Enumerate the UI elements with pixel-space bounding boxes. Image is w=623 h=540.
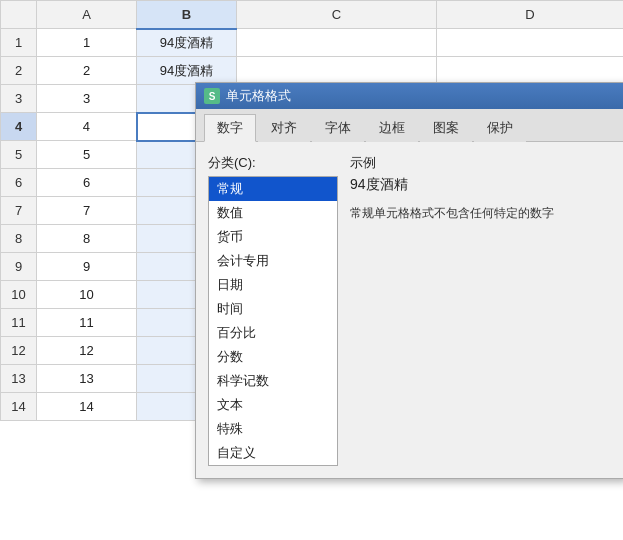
cell-a10[interactable]: 10 <box>37 281 137 309</box>
cell-a2[interactable]: 2 <box>37 57 137 85</box>
cell-a6[interactable]: 6 <box>37 169 137 197</box>
cell-a3[interactable]: 3 <box>37 85 137 113</box>
category-item-1[interactable]: 数值 <box>209 201 337 225</box>
tab-protection[interactable]: 保护 <box>474 114 526 142</box>
row-num-13[interactable]: 13 <box>1 365 37 393</box>
row-num-7[interactable]: 7 <box>1 197 37 225</box>
cell-a9[interactable]: 9 <box>37 253 137 281</box>
cell-a4[interactable]: 4 <box>37 113 137 141</box>
cell-a12[interactable]: 12 <box>37 337 137 365</box>
row-num-5[interactable]: 5 <box>1 141 37 169</box>
format-cells-dialog: S 单元格格式 数字 对齐 字体 边框 图案 保护 分类(C): 常规数值货币会… <box>195 82 623 479</box>
row-num-1[interactable]: 1 <box>1 29 37 57</box>
row-num-8[interactable]: 8 <box>1 225 37 253</box>
tab-font[interactable]: 字体 <box>312 114 364 142</box>
cell-d1[interactable] <box>437 29 624 57</box>
tab-alignment[interactable]: 对齐 <box>258 114 310 142</box>
cell-a5[interactable]: 5 <box>37 141 137 169</box>
row-num-6[interactable]: 6 <box>1 169 37 197</box>
dialog-icon: S <box>204 88 220 104</box>
dialog-content: 分类(C): 常规数值货币会计专用日期时间百分比分数科学记数文本特殊自定义 示例… <box>196 142 623 478</box>
right-panel: 示例 94度酒精 常规单元格格式不包含任何特定的数字 <box>350 154 612 466</box>
row-num-10[interactable]: 10 <box>1 281 37 309</box>
cell-a1[interactable]: 1 <box>37 29 137 57</box>
category-panel: 分类(C): 常规数值货币会计专用日期时间百分比分数科学记数文本特殊自定义 <box>208 154 338 466</box>
category-item-5[interactable]: 时间 <box>209 297 337 321</box>
category-label: 分类(C): <box>208 154 338 172</box>
category-item-11[interactable]: 自定义 <box>209 441 337 465</box>
col-header-a[interactable]: A <box>37 1 137 29</box>
category-item-4[interactable]: 日期 <box>209 273 337 297</box>
cell-a11[interactable]: 11 <box>37 309 137 337</box>
preview-value: 94度酒精 <box>350 176 612 194</box>
cell-a14[interactable]: 14 <box>37 393 137 421</box>
category-item-0[interactable]: 常规 <box>209 177 337 201</box>
col-header-b[interactable]: B <box>137 1 237 29</box>
cell-a8[interactable]: 8 <box>37 225 137 253</box>
dialog-tabs: 数字 对齐 字体 边框 图案 保护 <box>196 109 623 142</box>
category-item-10[interactable]: 特殊 <box>209 417 337 441</box>
cell-d2[interactable] <box>437 57 624 85</box>
category-item-8[interactable]: 科学记数 <box>209 369 337 393</box>
category-list[interactable]: 常规数值货币会计专用日期时间百分比分数科学记数文本特殊自定义 <box>208 176 338 466</box>
category-item-9[interactable]: 文本 <box>209 393 337 417</box>
category-item-6[interactable]: 百分比 <box>209 321 337 345</box>
spreadsheet: A B C D 1194度酒精2294度酒精334455667788991010… <box>0 0 623 540</box>
tab-pattern[interactable]: 图案 <box>420 114 472 142</box>
cell-a7[interactable]: 7 <box>37 197 137 225</box>
col-header-c[interactable]: C <box>237 1 437 29</box>
row-num-4[interactable]: 4 <box>1 113 37 141</box>
row-num-12[interactable]: 12 <box>1 337 37 365</box>
tab-number[interactable]: 数字 <box>204 114 256 142</box>
cell-c2[interactable] <box>237 57 437 85</box>
tab-border[interactable]: 边框 <box>366 114 418 142</box>
dialog-titlebar: S 单元格格式 <box>196 83 623 109</box>
category-item-3[interactable]: 会计专用 <box>209 249 337 273</box>
row-num-3[interactable]: 3 <box>1 85 37 113</box>
description-text: 常规单元格格式不包含任何特定的数字 <box>350 204 612 222</box>
cell-c1[interactable] <box>237 29 437 57</box>
row-num-14[interactable]: 14 <box>1 393 37 421</box>
row-num-11[interactable]: 11 <box>1 309 37 337</box>
dialog-title: 单元格格式 <box>226 87 291 105</box>
row-num-2[interactable]: 2 <box>1 57 37 85</box>
preview-label: 示例 <box>350 154 612 172</box>
category-item-7[interactable]: 分数 <box>209 345 337 369</box>
cell-b1[interactable]: 94度酒精 <box>137 29 237 57</box>
corner-header <box>1 1 37 29</box>
cell-b2[interactable]: 94度酒精 <box>137 57 237 85</box>
cell-a13[interactable]: 13 <box>37 365 137 393</box>
row-num-9[interactable]: 9 <box>1 253 37 281</box>
category-item-2[interactable]: 货币 <box>209 225 337 249</box>
col-header-d[interactable]: D <box>437 1 624 29</box>
